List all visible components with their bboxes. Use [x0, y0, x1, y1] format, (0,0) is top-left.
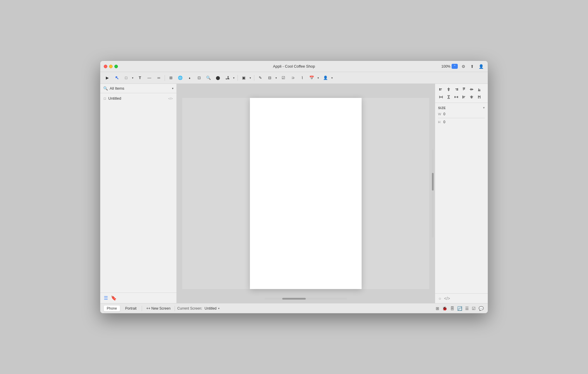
search-tool[interactable]: 🔍 [204, 74, 213, 82]
table-tool[interactable]: ⊞ [167, 74, 175, 82]
rectangle-tool-group[interactable]: □ ▾ [122, 74, 135, 82]
settings-icon[interactable]: ⚙ [460, 63, 467, 70]
screen-tool[interactable]: ▣ [240, 74, 248, 82]
height-value[interactable]: 0 [443, 120, 445, 124]
maximize-button[interactable] [114, 65, 118, 68]
rectangle-chevron-icon[interactable]: ▾ [131, 74, 135, 82]
close-button[interactable] [104, 65, 107, 68]
all-items-label: All Items [110, 86, 170, 91]
new-screen-button[interactable]: + + New Screen [144, 305, 172, 311]
svg-rect-13 [471, 88, 471, 91]
bug-icon[interactable]: 🐞 [442, 305, 448, 311]
align-center-edge-icon[interactable] [468, 94, 475, 100]
database-icon[interactable]: 🗄 [450, 305, 455, 311]
distribute-v-icon[interactable] [445, 94, 452, 100]
code-view-icon[interactable]: </> [444, 296, 450, 301]
align-bottom-icon[interactable] [476, 86, 483, 93]
divider-tool[interactable]: ═ [155, 74, 163, 82]
photo-tool-group[interactable]: 🏞 ▾ [223, 74, 236, 82]
align-top-icon[interactable] [460, 86, 467, 93]
zoom-value: 100% [441, 64, 450, 69]
width-value[interactable]: 0 [443, 112, 445, 116]
vertical-scrollbar-thumb[interactable] [432, 173, 434, 191]
svg-rect-16 [478, 89, 479, 91]
align-middle-v-icon[interactable] [468, 86, 475, 93]
canvas-left-gutter [182, 98, 250, 289]
canvas-area[interactable] [177, 84, 435, 303]
bookmark-icon[interactable]: 🔖 [111, 295, 117, 301]
select-tool[interactable]: ↖ [113, 74, 121, 82]
camera-tool[interactable]: ⬤ [214, 74, 222, 82]
circle-icon[interactable]: ○ [439, 296, 441, 301]
check-tool[interactable]: ☑ [279, 74, 288, 82]
current-screen-dropdown[interactable]: Untitled ▾ [205, 306, 220, 310]
edit-tool[interactable]: ✎ [256, 74, 264, 82]
distribute-h-icon[interactable] [437, 94, 445, 100]
link-tool[interactable]: ⊃ [289, 74, 297, 82]
line-tool[interactable]: — [145, 74, 153, 82]
list-icon[interactable]: ☰ [465, 305, 470, 311]
form-tool-group[interactable]: ⊟ ▾ [265, 74, 278, 82]
size-expand-icon[interactable]: ▾ [483, 106, 485, 110]
pin-tool[interactable]: ⬧ [186, 74, 194, 82]
screen-dropdown-chevron-icon: ▾ [218, 307, 220, 310]
chart-tool[interactable]: ⌇ [298, 74, 306, 82]
form-tool[interactable]: ⊟ [265, 74, 274, 82]
list-view-icon[interactable]: ☰ [104, 295, 108, 301]
publish-icon[interactable]: ☑ [471, 305, 476, 311]
sidebar-search-bar[interactable]: 🔍 All Items ▾ [100, 84, 176, 93]
horizontal-scrollbar-thumb[interactable] [282, 298, 306, 300]
align-right-icon[interactable] [453, 86, 460, 93]
sidebar-item-untitled[interactable]: □ Untitled </> [100, 94, 176, 102]
rectangle-tool[interactable]: □ [122, 74, 130, 82]
horizontal-scrollbar[interactable] [265, 298, 347, 300]
portrait-tab[interactable]: Portrait [122, 305, 140, 311]
people-tool[interactable]: 👤 [321, 74, 330, 82]
upload-icon[interactable]: ⬆ [469, 63, 475, 70]
bottom-separator-1 [142, 306, 142, 311]
svg-rect-20 [440, 96, 442, 98]
svg-rect-35 [480, 96, 480, 98]
bottom-bar: Phone Portrait + + New Screen Current Sc… [100, 303, 488, 313]
minimize-button[interactable] [109, 65, 113, 68]
align-right-edge-icon[interactable] [476, 94, 483, 100]
toolbar-separator-1 [165, 75, 165, 81]
toolbar-separator-3 [254, 75, 254, 81]
photo-chevron-icon[interactable]: ▾ [232, 74, 236, 82]
calendar-tool[interactable]: 📅 [308, 74, 316, 82]
user-icon[interactable]: 👤 [478, 63, 484, 70]
grid-icon[interactable]: ⊞ [435, 305, 440, 311]
align-center-h-icon[interactable] [445, 86, 452, 93]
text-tool[interactable]: T [136, 74, 144, 82]
screen-chevron-icon[interactable]: ▾ [248, 74, 252, 82]
svg-rect-27 [462, 96, 463, 98]
align-left-edge-icon[interactable] [460, 94, 467, 100]
align-left-icon[interactable] [437, 86, 445, 93]
svg-rect-23 [448, 96, 449, 98]
space-h-icon[interactable] [453, 94, 460, 100]
play-button[interactable]: ▶ [103, 74, 111, 82]
globe-tool[interactable]: 🌐 [176, 74, 184, 82]
svg-rect-25 [457, 96, 458, 98]
size-header: SIZE ▾ [438, 106, 485, 110]
vertical-scrollbar[interactable] [432, 149, 434, 238]
svg-rect-3 [448, 88, 449, 91]
calendar-tool-group[interactable]: 📅 ▾ [308, 74, 320, 82]
photo-tool[interactable]: 🏞 [223, 74, 231, 82]
new-screen-label: + New Screen [148, 306, 171, 310]
zoom-button[interactable]: ⌃ [452, 64, 458, 69]
image-tool[interactable]: ⊡ [195, 74, 203, 82]
svg-rect-30 [471, 96, 472, 98]
svg-rect-17 [480, 89, 480, 91]
people-tool-group[interactable]: 👤 ▾ [321, 74, 334, 82]
data-export-icon[interactable]: 🔃 [457, 305, 463, 311]
svg-rect-2 [440, 90, 441, 90]
calendar-chevron-icon[interactable]: ▾ [316, 74, 320, 82]
screen-tool-group[interactable]: ▣ ▾ [240, 74, 252, 82]
people-chevron-icon[interactable]: ▾ [330, 74, 334, 82]
svg-rect-6 [457, 88, 458, 91]
comment-icon[interactable]: 💬 [478, 305, 484, 311]
form-chevron-icon[interactable]: ▾ [274, 74, 278, 82]
toolbar-separator-2 [238, 75, 238, 81]
phone-tab[interactable]: Phone [104, 305, 120, 311]
